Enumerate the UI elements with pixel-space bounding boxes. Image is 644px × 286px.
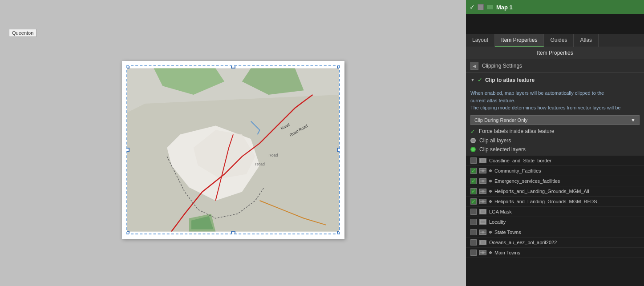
clip-atlas-title: Clip to atlas feature bbox=[485, 77, 535, 83]
title-map-icon bbox=[486, 4, 494, 10]
layer-type-icon bbox=[479, 158, 486, 163]
layer-name: Heliports_and_Landing_Grounds_MGM_RFDS_ bbox=[494, 199, 600, 204]
desc-line2: current atlas feature. bbox=[470, 98, 515, 103]
layers-list[interactable]: Coastline_and_State_border✓Community_Fac… bbox=[466, 156, 644, 286]
layer-checkbox[interactable]: ✓ bbox=[470, 168, 477, 174]
tab-item-properties[interactable]: Item Properties bbox=[495, 34, 544, 47]
layer-item[interactable]: ✓Heliports_and_Landing_Grounds_MGM_RFDS_ bbox=[466, 197, 644, 207]
desc-line1: When enabled, map layers will be automat… bbox=[470, 90, 604, 96]
clip-atlas-check[interactable]: ✓ bbox=[478, 77, 482, 83]
layer-name: Locality bbox=[489, 219, 506, 225]
layer-checkbox[interactable] bbox=[470, 157, 477, 164]
layer-item[interactable]: ✓Heliports_and_Landing_Grounds_MGM_All bbox=[466, 186, 644, 197]
layer-dot-icon bbox=[489, 251, 492, 254]
tab-layout[interactable]: Layout bbox=[466, 34, 495, 47]
map-frame[interactable]: Road Road Road Road Road bbox=[122, 61, 344, 239]
force-labels-check[interactable]: ✓ bbox=[470, 128, 475, 135]
layer-name: Coastline_and_State_border bbox=[489, 158, 551, 163]
layer-checkbox[interactable] bbox=[470, 209, 477, 215]
back-row: ◀ Clipping Settings bbox=[466, 59, 644, 73]
layer-item[interactable]: LGA Mask bbox=[466, 207, 644, 217]
handle-bottom-center[interactable] bbox=[231, 231, 235, 234]
layer-name: LGA Mask bbox=[489, 209, 512, 214]
handle-bottom-right[interactable] bbox=[337, 231, 340, 234]
layer-dot-icon bbox=[489, 190, 492, 193]
layer-checkbox[interactable] bbox=[470, 229, 477, 235]
layer-type-icon bbox=[479, 178, 486, 184]
layer-checkbox[interactable]: ✓ bbox=[470, 188, 477, 194]
panel-header: Item Properties bbox=[466, 47, 644, 59]
layer-item[interactable]: Locality bbox=[466, 217, 644, 227]
layer-checkbox[interactable] bbox=[470, 250, 477, 256]
desc-line3: The clipping mode determines how feature… bbox=[470, 105, 620, 110]
title-square-icon bbox=[478, 4, 484, 10]
clip-selected-radio[interactable] bbox=[470, 147, 476, 152]
back-button[interactable]: ◀ bbox=[470, 62, 478, 70]
dark-area bbox=[466, 14, 644, 34]
layer-type-icon bbox=[479, 230, 486, 235]
clip-all-row: Clip all layers bbox=[466, 136, 644, 145]
back-label: Clipping Settings bbox=[482, 63, 522, 69]
location-label: Queenton bbox=[9, 29, 36, 37]
layer-item[interactable]: Oceans_au_eez_pol_april2022 bbox=[466, 238, 644, 248]
layer-type-icon bbox=[479, 168, 486, 173]
layer-item[interactable]: State Towns bbox=[466, 227, 644, 238]
right-panel: ✓ Map 1 Layout Item Properties Guides At… bbox=[466, 0, 644, 286]
layer-item[interactable]: ✓Emergency_services_facilities bbox=[466, 176, 644, 186]
map-svg: Road Road Road Road Road bbox=[127, 66, 339, 234]
dropdown-value: Clip During Render Only bbox=[474, 117, 527, 123]
tab-atlas[interactable]: Atlas bbox=[574, 34, 599, 47]
clip-selected-label: Clip selected layers bbox=[479, 146, 526, 153]
tab-guides[interactable]: Guides bbox=[544, 34, 574, 47]
layer-type-icon bbox=[479, 199, 486, 204]
handle-bottom-left[interactable] bbox=[126, 231, 130, 234]
handle-top-left[interactable] bbox=[126, 65, 130, 68]
clip-mode-dropdown[interactable]: Clip During Render Only ▼ bbox=[470, 115, 640, 125]
svg-rect-12 bbox=[480, 159, 486, 162]
title-check-icon[interactable]: ✓ bbox=[470, 4, 475, 11]
layer-dot-icon bbox=[489, 200, 492, 203]
force-labels-label: Force labels inside atlas feature bbox=[479, 128, 554, 134]
collapse-icon[interactable]: ▼ bbox=[470, 77, 475, 82]
tabs-bar: Layout Item Properties Guides Atlas bbox=[466, 34, 644, 47]
svg-text:Road: Road bbox=[268, 153, 278, 157]
handle-top-center[interactable] bbox=[231, 65, 235, 68]
layer-type-icon bbox=[479, 240, 486, 245]
title-bar: ✓ Map 1 bbox=[466, 0, 644, 14]
svg-text:Road: Road bbox=[255, 161, 264, 166]
layer-dot-icon bbox=[489, 180, 492, 182]
layer-checkbox[interactable] bbox=[470, 239, 477, 246]
svg-rect-21 bbox=[480, 210, 486, 213]
svg-rect-22 bbox=[480, 220, 486, 224]
layer-dot-icon bbox=[489, 231, 492, 234]
description-text: When enabled, map layers will be automat… bbox=[466, 87, 644, 113]
handle-mid-left[interactable] bbox=[126, 148, 130, 152]
layer-name: Heliports_and_Landing_Grounds_MGM_All bbox=[494, 189, 589, 194]
layer-checkbox[interactable] bbox=[470, 219, 477, 225]
layer-checkbox[interactable]: ✓ bbox=[470, 198, 477, 205]
layer-type-icon bbox=[479, 250, 486, 255]
layer-name: State Towns bbox=[494, 230, 521, 235]
layer-dot-icon bbox=[489, 169, 492, 172]
clip-all-radio[interactable] bbox=[470, 138, 476, 143]
layer-name: Main Towns bbox=[494, 250, 520, 255]
layer-type-icon bbox=[479, 189, 486, 194]
title-bar-text: Map 1 bbox=[496, 4, 513, 11]
dropdown-arrow-icon: ▼ bbox=[631, 117, 636, 123]
force-labels-row: ✓ Force labels inside atlas feature bbox=[466, 127, 644, 136]
layer-checkbox[interactable]: ✓ bbox=[470, 178, 477, 184]
layer-item[interactable]: Coastline_and_State_border bbox=[466, 156, 644, 166]
clip-atlas-section: ▼ ✓ Clip to atlas feature bbox=[466, 73, 644, 87]
handle-top-right[interactable] bbox=[337, 65, 340, 68]
layer-name: Oceans_au_eez_pol_april2022 bbox=[489, 240, 557, 245]
handle-mid-right[interactable] bbox=[337, 148, 340, 152]
layer-item[interactable]: ✓Community_Facilities bbox=[466, 166, 644, 176]
layer-name: Emergency_services_facilities bbox=[494, 178, 560, 184]
clip-all-label: Clip all layers bbox=[479, 137, 511, 144]
layer-type-icon bbox=[479, 219, 486, 225]
layer-item[interactable]: Main Towns bbox=[466, 248, 644, 258]
dropdown-row: Clip During Render Only ▼ bbox=[466, 113, 644, 127]
clip-atlas-row: ▼ ✓ Clip to atlas feature bbox=[470, 76, 640, 84]
layer-name: Community_Facilities bbox=[494, 168, 541, 173]
map-inner: Road Road Road Road Road bbox=[126, 65, 340, 234]
